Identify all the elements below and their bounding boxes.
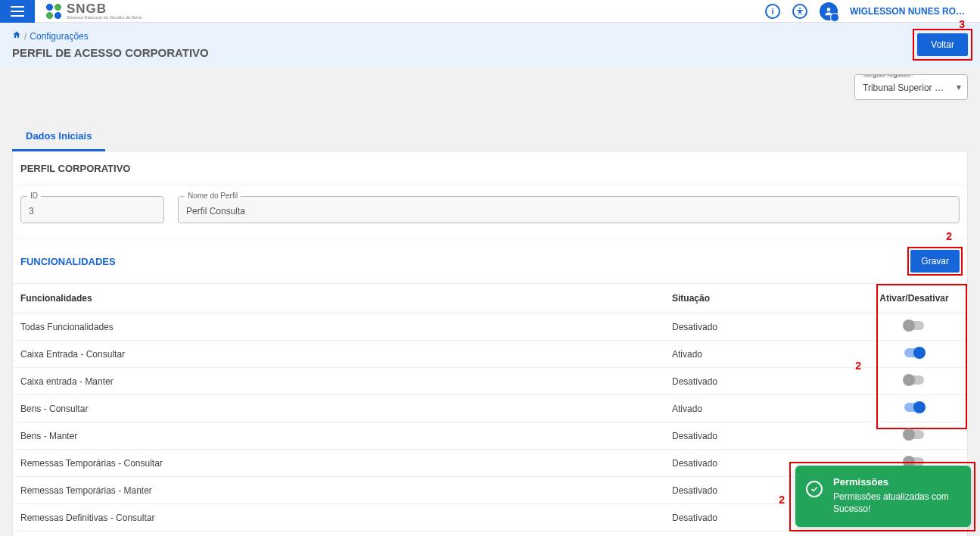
- orgao-logado-label: Órgão logado: [861, 74, 913, 78]
- cell-toggle: [861, 313, 967, 341]
- person-icon: [795, 7, 804, 16]
- nome-perfil-field[interactable]: Nome do Perfil Perfil Consulta: [178, 196, 960, 223]
- gravar-button[interactable]: Gravar: [910, 250, 960, 273]
- annotation-number-gravar: 2: [946, 230, 952, 242]
- table-row: Caixa Entrada - ConsultarAtivado: [13, 341, 967, 368]
- section-funcionalidades-title: FUNCIONALIDADES: [20, 256, 116, 267]
- breadcrumb: / Configurações: [12, 30, 209, 42]
- page-title: PERFIL DE ACESSO CORPORATIVO: [12, 46, 209, 59]
- breadcrumb-separator: /: [24, 31, 26, 42]
- annotation-number-voltar: 3: [959, 18, 965, 30]
- breadcrumb-config[interactable]: Configurações: [30, 31, 88, 42]
- cell-funcionalidade: Remessas Temporárias - Consultar: [13, 450, 664, 477]
- check-circle-icon: [806, 481, 823, 497]
- toast-title: Permissões: [833, 476, 959, 488]
- svg-rect-1: [11, 11, 24, 12]
- table-row: Remessas Definitivas - ManterDesativado: [13, 531, 967, 537]
- annotation-number-table: 2: [855, 360, 861, 372]
- home-icon[interactable]: [12, 30, 21, 42]
- hamburger-icon: [11, 6, 24, 17]
- id-label: ID: [27, 192, 41, 200]
- cell-situacao: Ativado: [664, 341, 861, 368]
- cell-situacao: Desativado: [664, 422, 861, 450]
- user-name-link[interactable]: WIGLESSON NUNES RO…: [850, 6, 965, 17]
- logo-icon: [45, 3, 62, 20]
- accessibility-icon[interactable]: [792, 4, 807, 19]
- orgao-logado-select[interactable]: Órgão logado Tribunal Superior do Tra… ▾: [854, 74, 968, 100]
- svg-rect-0: [11, 6, 24, 8]
- cell-situacao: Ativado: [664, 395, 861, 422]
- col-situacao: Situação: [664, 284, 861, 313]
- breadcrumb-bar: / Configurações PERFIL DE ACESSO CORPORA…: [0, 23, 980, 67]
- annotation-number-toast: 2: [779, 494, 785, 506]
- cell-situacao: Desativado: [664, 313, 861, 341]
- cell-situacao: Desativado: [664, 368, 861, 395]
- id-field[interactable]: ID 3: [20, 196, 164, 223]
- col-ativar-desativar: Ativar/Desativar: [861, 284, 967, 313]
- table-row: Todas FuncionalidadesDesativado: [13, 313, 967, 341]
- voltar-button[interactable]: Voltar: [917, 33, 968, 56]
- logo-text: SNGB: [67, 2, 142, 15]
- cell-funcionalidade: Bens - Consultar: [13, 395, 664, 422]
- toggle-switch[interactable]: [904, 348, 924, 357]
- hamburger-menu-button[interactable]: [0, 0, 35, 23]
- section-funcionalidades-header: FUNCIONALIDADES 2 Gravar: [13, 238, 967, 284]
- cell-funcionalidade: Caixa Entrada - Consultar: [13, 341, 664, 368]
- toggle-switch[interactable]: [904, 403, 924, 412]
- orgao-logado-value: Tribunal Superior do Tra…: [863, 83, 968, 93]
- table-row: Bens - ConsultarAtivado: [13, 395, 967, 422]
- cell-funcionalidade: Remessas Temporárias - Manter: [13, 477, 664, 504]
- section-perfil-title: PERFIL CORPORATIVO: [20, 163, 130, 174]
- cell-toggle: [861, 368, 967, 395]
- svg-point-4: [827, 8, 831, 11]
- user-avatar-icon[interactable]: [820, 2, 838, 20]
- success-toast: Permissões Permissões atualizadas com Su…: [795, 466, 971, 527]
- section-perfil-header: PERFIL CORPORATIVO: [13, 151, 967, 185]
- cell-funcionalidade: Caixa entrada - Manter: [13, 368, 664, 395]
- toast-message: Permissões atualizadas com Sucesso!: [833, 491, 959, 515]
- nome-perfil-value: Perfil Consulta: [186, 206, 245, 217]
- toggle-switch[interactable]: [904, 376, 924, 385]
- table-row: Caixa entrada - ManterDesativado: [13, 368, 967, 395]
- app-header: SNGB Sistema Nacional de Gestão de Bens …: [0, 0, 980, 23]
- table-row: Bens - ManterDesativado: [13, 422, 967, 450]
- nome-perfil-label: Nome do Perfil: [185, 192, 241, 200]
- logo-subtext: Sistema Nacional de Gestão de Bens: [67, 15, 142, 20]
- svg-rect-2: [11, 15, 24, 17]
- cell-toggle: [861, 395, 967, 422]
- cell-toggle: [861, 531, 967, 537]
- cell-funcionalidade: Bens - Manter: [13, 422, 664, 450]
- toggle-switch[interactable]: [904, 321, 924, 330]
- cell-situacao: Desativado: [664, 531, 861, 537]
- svg-point-3: [799, 8, 801, 9]
- avatar-icon: [823, 6, 834, 17]
- info-icon[interactable]: i: [765, 4, 780, 19]
- cell-funcionalidade: Todas Funcionalidades: [13, 313, 664, 341]
- chevron-down-icon: ▾: [957, 82, 961, 92]
- toggle-switch[interactable]: [904, 430, 924, 439]
- id-value: 3: [29, 206, 34, 217]
- cell-funcionalidade: Remessas Definitivas - Consultar: [13, 504, 664, 531]
- tab-dados-iniciais[interactable]: Dados Iniciais: [12, 123, 105, 151]
- col-funcionalidades: Funcionalidades: [13, 284, 664, 313]
- cell-funcionalidade: Remessas Definitivas - Manter: [13, 531, 664, 537]
- cell-toggle: [861, 341, 967, 368]
- logo: SNGB Sistema Nacional de Gestão de Bens: [35, 2, 142, 20]
- cell-toggle: [861, 422, 967, 450]
